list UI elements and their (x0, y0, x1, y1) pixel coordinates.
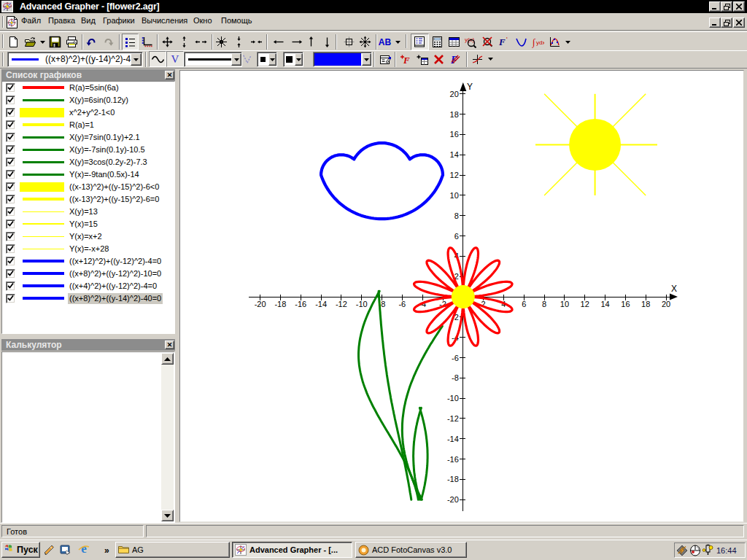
svg-text:Y: Y (467, 82, 473, 92)
svg-text:6: 6 (522, 300, 526, 308)
svg-text:18: 18 (641, 300, 650, 308)
svg-text:16: 16 (621, 300, 630, 308)
svg-text:8: 8 (454, 211, 459, 220)
svg-text:-6: -6 (452, 354, 459, 362)
svg-text:-14: -14 (447, 435, 459, 443)
svg-text:-18: -18 (447, 475, 459, 483)
svg-text:14: 14 (450, 150, 459, 159)
svg-text:-12: -12 (336, 300, 347, 308)
svg-text:-16: -16 (447, 455, 459, 464)
svg-text:20: 20 (450, 90, 459, 98)
svg-text:10: 10 (560, 300, 569, 308)
svg-text:12: 12 (581, 300, 589, 308)
svg-text:-12: -12 (447, 414, 459, 423)
svg-text:X: X (671, 284, 677, 294)
svg-text:-6: -6 (398, 300, 406, 308)
svg-text:-16: -16 (295, 300, 306, 308)
svg-text:-8: -8 (452, 373, 459, 382)
svg-text:-18: -18 (274, 300, 286, 308)
svg-text:10: 10 (450, 191, 459, 200)
svg-text:-10: -10 (447, 394, 459, 402)
svg-text:14: 14 (600, 300, 609, 308)
svg-text:16: 16 (450, 130, 459, 139)
svg-text:18: 18 (450, 110, 459, 119)
svg-text:-20: -20 (447, 495, 459, 504)
svg-text:12: 12 (450, 171, 459, 179)
svg-text:8: 8 (542, 300, 546, 308)
svg-text:6: 6 (454, 232, 459, 241)
svg-text:-10: -10 (356, 300, 368, 308)
svg-text:20: 20 (662, 300, 670, 308)
svg-text:-20: -20 (255, 300, 266, 308)
svg-text:-14: -14 (315, 300, 327, 308)
